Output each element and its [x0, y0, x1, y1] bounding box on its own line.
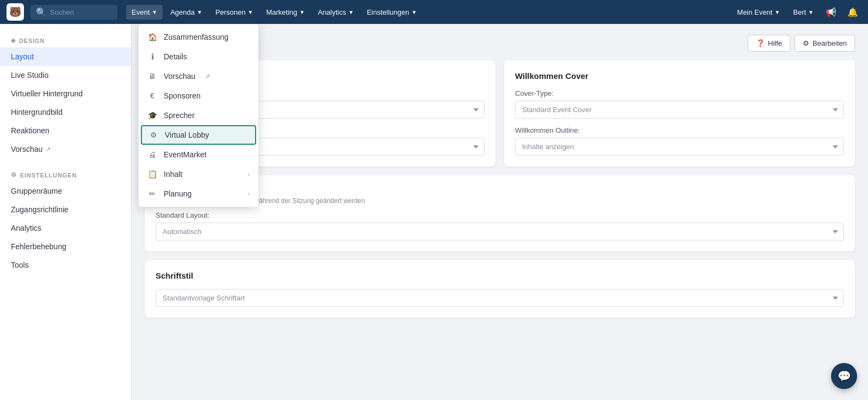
nav-item-agenda[interactable]: Agenda ▼: [165, 5, 208, 20]
search-icon: 🔍: [36, 7, 47, 17]
nav-mein-event[interactable]: Mein Event ▼: [733, 6, 784, 19]
nav-menu: Event ▼ Agenda ▼ Personen ▼ Marketing ▼ …: [126, 5, 733, 20]
app-layout: ◈ DESIGN Layout Live Studio Virtueller H…: [0, 0, 868, 400]
dropdown-item-virtual-lobby[interactable]: ⚙ Virtual Lobby: [141, 125, 256, 145]
dropdown-item-sponsoren[interactable]: € Sponsoren: [139, 86, 258, 106]
nav-bert[interactable]: Bert ▼: [789, 6, 818, 19]
standard-layout-select[interactable]: Automatisch: [156, 223, 844, 241]
sidebar-item-layout[interactable]: Layout: [0, 47, 131, 66]
external-link-icon: ↗: [46, 146, 51, 153]
chevron-right-icon: ›: [247, 171, 250, 177]
stream-subtitle: Diese Einstellungen können auch während …: [156, 197, 844, 205]
chat-icon: 💬: [838, 370, 851, 383]
monitor-icon: 🖥: [147, 72, 157, 81]
chevron-down-icon: ▼: [348, 9, 354, 15]
market-icon: 🖨: [147, 150, 157, 159]
edit-icon: ⚙: [803, 39, 809, 47]
design-section-icon: ◈: [11, 37, 16, 44]
nav-item-einstellungen[interactable]: Einstellungen ▼: [361, 5, 422, 20]
nav-right: Mein Event ▼ Bert ▼ 📢 🔔: [733, 5, 861, 20]
font-select[interactable]: Standardvorlage Schriftart: [156, 289, 844, 307]
dropdown-item-sprecher[interactable]: 🎓 Sprecher: [139, 106, 258, 125]
chevron-down-icon: ▼: [197, 9, 202, 15]
sidebar-item-tools[interactable]: Tools: [0, 256, 131, 274]
chevron-down-icon: ▼: [411, 9, 417, 15]
sidebar-item-hintergrundbild[interactable]: Hintergrundbild: [0, 103, 131, 121]
sidebar-item-reaktionen[interactable]: Reaktionen: [0, 121, 131, 140]
home-icon: 🏠: [147, 33, 157, 41]
einstellungen-section-icon: ⚙: [11, 171, 17, 179]
sidebar-item-virtueller-hintergrund[interactable]: Virtueller Hintergrund: [0, 84, 131, 103]
dropdown-item-eventmarket[interactable]: 🖨 EventMarket: [139, 145, 258, 164]
content-icon: 📋: [147, 170, 157, 179]
sidebar: ◈ DESIGN Layout Live Studio Virtueller H…: [0, 24, 132, 400]
sidebar-section-design: ◈ DESIGN: [0, 33, 131, 47]
sidebar-item-live-studio[interactable]: Live Studio: [0, 66, 131, 84]
sidebar-item-analytics[interactable]: Analytics: [0, 219, 131, 237]
dropdown-item-vorschau[interactable]: 🖥 Vorschau ↗: [139, 66, 258, 86]
dropdown-item-planung[interactable]: ✏ Planung ›: [139, 184, 258, 204]
planning-icon: ✏: [147, 189, 157, 198]
welcome-cover-card: Willkommen Cover Cover-Type: Standard Ev…: [504, 60, 855, 167]
sidebar-item-vorschau[interactable]: Vorschau ↗: [0, 140, 131, 158]
chevron-down-icon: ▼: [774, 9, 780, 15]
app-logo[interactable]: 🐻: [7, 3, 24, 21]
nav-item-event[interactable]: Event ▼: [126, 5, 163, 20]
help-button[interactable]: ❓ Hilfe: [748, 35, 790, 52]
welcome-cover-title: Willkommen Cover: [515, 71, 844, 81]
outline-select[interactable]: Inhalte anzeigen: [515, 138, 844, 156]
chevron-down-icon: ▼: [152, 9, 157, 15]
event-dropdown-menu: 🏠 Zusammenfassung ℹ Details 🖥 Vorschau ↗…: [139, 24, 258, 207]
font-card: Schriftstil Standardvorlage Schriftart: [145, 260, 855, 318]
search-input[interactable]: [50, 8, 112, 16]
dropdown-item-details[interactable]: ℹ Details: [139, 47, 258, 66]
chat-bubble-button[interactable]: 💬: [831, 363, 857, 389]
stream-title: Streamm: [156, 186, 844, 195]
chevron-down-icon: ▼: [808, 9, 814, 15]
chevron-down-icon: ▼: [300, 9, 305, 15]
sidebar-item-zugangsrichtlinie[interactable]: Zugangsrichtlinie: [0, 200, 131, 219]
edit-button[interactable]: ⚙ Bearbeiten: [795, 35, 855, 52]
top-navigation: 🐻 🔍 Event ▼ Agenda ▼ Personen ▼ Marketin…: [0, 0, 868, 24]
gear-icon: ⚙: [148, 131, 158, 139]
megaphone-icon[interactable]: 📢: [822, 5, 840, 20]
sidebar-item-fehlerbehebung[interactable]: Fehlerbehebung: [0, 237, 131, 256]
nav-item-personen[interactable]: Personen ▼: [210, 5, 259, 20]
sidebar-item-gruppenraeume[interactable]: Gruppenräume: [0, 182, 131, 200]
external-link-icon: ↗: [205, 73, 210, 80]
standard-layout-label: Standard Layout:: [156, 211, 844, 219]
nav-item-analytics[interactable]: Analytics ▼: [312, 5, 359, 20]
chevron-down-icon: ▼: [248, 9, 253, 15]
cover-type-select[interactable]: Standard Event Cover: [515, 101, 844, 119]
cover-type-label: Cover-Type:: [515, 89, 844, 97]
outline-label: Willkommen Outline:: [515, 126, 844, 134]
dropdown-item-inhalt[interactable]: 📋 Inhalt ›: [139, 164, 258, 184]
speaker-icon: 🎓: [147, 111, 157, 120]
dropdown-item-zusammenfassung[interactable]: 🏠 Zusammenfassung: [139, 27, 258, 47]
chevron-right-icon: ›: [247, 190, 250, 197]
font-title: Schriftstil: [156, 271, 844, 280]
bell-icon[interactable]: 🔔: [844, 5, 861, 20]
euro-icon: €: [147, 91, 157, 100]
info-icon: ℹ: [147, 52, 157, 61]
nav-item-marketing[interactable]: Marketing ▼: [261, 5, 310, 20]
sidebar-section-einstellungen: ⚙ EINSTELLUNGEN: [0, 167, 131, 182]
help-icon: ❓: [756, 39, 765, 47]
search-box[interactable]: 🔍: [30, 5, 117, 20]
